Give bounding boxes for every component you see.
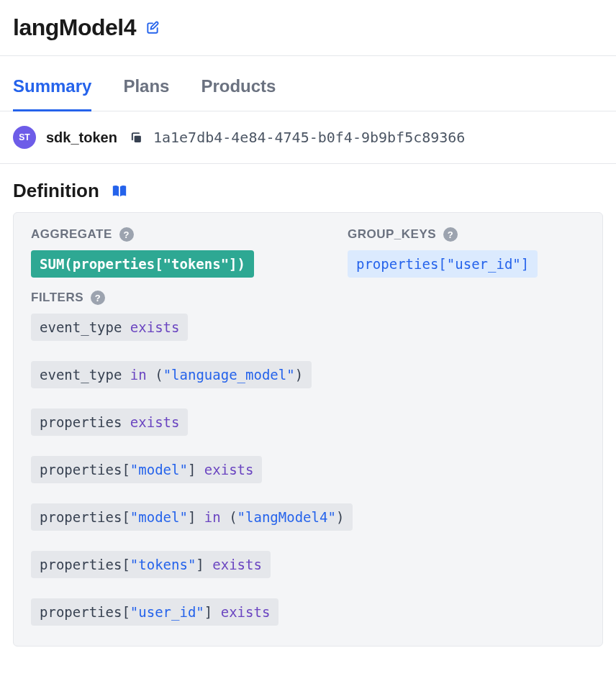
definition-box: AGGREGATE ? SUM(properties["tokens"]) GR… [13, 212, 603, 647]
help-icon[interactable]: ? [119, 227, 134, 242]
definition-header: Definition [0, 164, 616, 212]
definition-title: Definition [13, 180, 99, 202]
copy-icon[interactable] [130, 131, 143, 144]
token-value: 1a1e7db4-4e84-4745-b0f4-9b9bf5c89366 [153, 129, 465, 146]
page-header: langModel4 [0, 0, 616, 56]
aggregate-label: AGGREGATE ? [31, 227, 254, 242]
group-keys-label: GROUP_KEYS ? [348, 227, 538, 242]
avatar: ST [13, 126, 36, 149]
tab-plans[interactable]: Plans [123, 56, 169, 111]
filter-pill: properties["user_id"] exists [31, 598, 278, 626]
filter-pill: properties["model"] in ("langModel4") [31, 503, 353, 531]
page-title: langModel4 [13, 14, 136, 41]
help-icon[interactable]: ? [91, 291, 105, 305]
token-row: ST sdk_token 1a1e7db4-4e84-4745-b0f4-9b9… [0, 111, 616, 164]
filter-pill: event_type exists [31, 314, 188, 341]
filter-pill: properties exists [31, 408, 188, 436]
filters-label: FILTERS ? [31, 291, 585, 305]
svg-rect-0 [135, 135, 141, 142]
tabs: SummaryPlansProducts [0, 56, 616, 111]
filter-pill: event_type in ("language_model") [31, 361, 312, 388]
group-key-pill: properties["user_id"] [348, 250, 538, 278]
filter-pill: properties["model"] exists [31, 456, 262, 483]
aggregate-pill: SUM(properties["tokens"]) [31, 250, 254, 278]
tab-products[interactable]: Products [201, 56, 276, 111]
book-icon[interactable] [111, 183, 128, 200]
tab-summary[interactable]: Summary [13, 56, 91, 111]
edit-icon[interactable] [145, 20, 160, 36]
token-label: sdk_token [46, 129, 117, 146]
filter-pill: properties["tokens"] exists [31, 551, 271, 578]
filter-list: event_type existsevent_type in ("languag… [31, 314, 585, 626]
help-icon[interactable]: ? [443, 227, 458, 242]
